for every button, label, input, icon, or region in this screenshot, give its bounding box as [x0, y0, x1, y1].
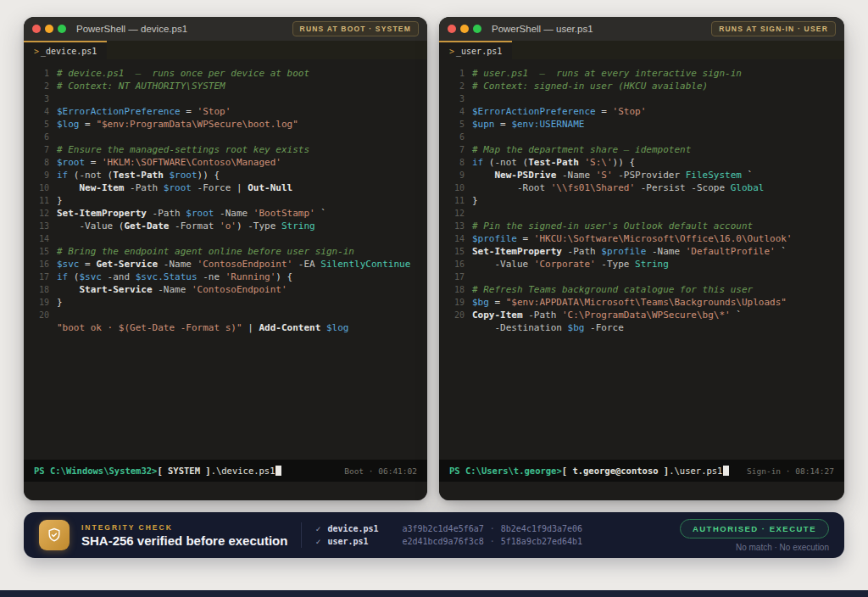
- window-title: PowerShell — device.ps1: [76, 24, 187, 34]
- line-number: 16: [439, 258, 472, 271]
- terminal-cursor: [723, 466, 729, 476]
- line-number: 1: [24, 67, 57, 80]
- hash-row: ✓device.ps1a3f9b2c1d4e5f6a7·8b2e4c1f9d3a…: [315, 524, 582, 533]
- terminal-input-line[interactable]: PS C:\Users\t.george>[ t.george@contoso …: [449, 466, 729, 476]
- authorised-execute-button[interactable]: AUTHORISED · EXECUTE: [680, 519, 829, 538]
- code-line: 1# device.ps1 — runs once per device at …: [24, 67, 427, 80]
- minimize-icon[interactable]: [460, 25, 469, 33]
- code-line: 20Copy-Item -Path 'C:\ProgramData\WPSecu…: [439, 309, 844, 321]
- line-number: 10: [439, 181, 472, 194]
- file-name: device.ps1: [327, 524, 402, 533]
- code-line: 2# Context: signed-in user (HKCU availab…: [439, 80, 844, 92]
- line-number: 20: [439, 309, 472, 321]
- code-line: 20: [24, 309, 427, 321]
- close-icon[interactable]: [32, 25, 41, 33]
- line-number: 3: [24, 92, 57, 105]
- tab-bar: >_device.ps1: [24, 41, 427, 59]
- line-number: 8: [439, 156, 472, 169]
- code-line: "boot ok · $(Get-Date -Format s)" | Add-…: [24, 321, 427, 334]
- line-number: 18: [439, 283, 472, 296]
- line-number: 6: [24, 131, 57, 143]
- line-number: 15: [439, 245, 472, 258]
- window-device: PowerShell — device.ps1 RUNS AT BOOT · S…: [24, 17, 427, 500]
- close-icon[interactable]: [448, 25, 456, 33]
- code-line: 9 New-PSDrive -Name 'S' -PSProvider File…: [439, 169, 844, 181]
- window-footer-spacer: [439, 482, 844, 500]
- code-line: 19$bg = "$env:APPDATA\Microsoft\Teams\Ba…: [439, 296, 844, 309]
- code-line: 6: [439, 131, 844, 143]
- titlebar-device[interactable]: PowerShell — device.ps1 RUNS AT BOOT · S…: [24, 17, 427, 41]
- titlebar-user[interactable]: PowerShell — user.ps1 RUNS AT SIGN-IN · …: [439, 17, 844, 41]
- line-number: 9: [24, 169, 57, 181]
- prompt-caret-icon: >: [449, 47, 454, 56]
- window-title: PowerShell — user.ps1: [492, 24, 593, 34]
- maximize-icon[interactable]: [58, 25, 66, 33]
- line-number: 17: [439, 271, 472, 283]
- terminal-prompt: PS C:\Users\t.george>: [449, 466, 562, 476]
- line-number: 2: [439, 80, 472, 92]
- code-line: 9if (-not (Test-Path $root)) {: [24, 169, 427, 181]
- code-line: 16 -Value 'Corporate' -Type String: [439, 258, 844, 271]
- window-footer-spacer: [24, 482, 427, 500]
- hash-value: 8b2e4c1f9d3a7e06: [501, 524, 582, 533]
- line-number: 17: [24, 271, 57, 283]
- line-number: 13: [439, 220, 472, 232]
- code-line: 11}: [439, 194, 844, 207]
- terminal-input-line[interactable]: PS C:\Windows\System32>[ SYSTEM ].\devic…: [34, 466, 281, 476]
- tab-device-ps1[interactable]: >_device.ps1: [24, 41, 107, 59]
- line-number: [439, 321, 472, 334]
- line-number: 8: [24, 156, 57, 169]
- line-number: 19: [24, 296, 57, 309]
- line-number: 12: [24, 207, 57, 220]
- tab-bar: >_user.ps1: [439, 41, 844, 59]
- terminal-prompt: PS C:\Windows\System32>: [34, 466, 157, 476]
- maximize-icon[interactable]: [473, 25, 481, 33]
- terminal-bar-user[interactable]: PS C:\Users\t.george>[ t.george@contoso …: [439, 460, 844, 482]
- code-line: 5$upn = $env:USERNAME: [439, 118, 844, 131]
- code-line: 14$profile = 'HKCU:\Software\Microsoft\O…: [439, 232, 844, 245]
- code-line: 3: [24, 92, 427, 105]
- code-line: -Destination $bg -Force: [439, 321, 844, 334]
- code-line: 8if (-not (Test-Path 'S:\')) {: [439, 156, 844, 169]
- line-number: 7: [24, 143, 57, 156]
- hash-separator: ·: [484, 537, 501, 546]
- code-line: 4$ErrorActionPreference = 'Stop': [439, 105, 844, 118]
- check-icon: ✓: [315, 537, 327, 546]
- window-user: PowerShell — user.ps1 RUNS AT SIGN-IN · …: [439, 17, 844, 500]
- line-number: 13: [24, 220, 57, 232]
- code-line: 12: [439, 207, 844, 220]
- line-number: 5: [24, 118, 57, 131]
- terminal-meta: Boot · 06:41:02: [344, 466, 417, 476]
- tab-user-ps1[interactable]: >_user.ps1: [439, 41, 512, 59]
- shield-check-icon: [39, 520, 70, 550]
- code-editor-user[interactable]: 1# user.ps1 — runs at every interactive …: [439, 59, 844, 460]
- line-number: 15: [24, 245, 57, 258]
- integrity-label: INTEGRITY CHECK: [81, 523, 287, 532]
- code-line: 3: [439, 92, 844, 105]
- minimize-icon[interactable]: [45, 25, 53, 33]
- code-line: 13# Pin the signed-in user's Outlook def…: [439, 220, 844, 232]
- divider: [301, 522, 302, 548]
- code-line: 7# Map the department share — idempotent: [439, 143, 844, 156]
- desktop: PowerShell — device.ps1 RUNS AT BOOT · S…: [0, 0, 868, 597]
- code-line: 7# Ensure the managed-settings root key …: [24, 143, 427, 156]
- line-number: 19: [439, 296, 472, 309]
- code-line: 17if ($svc -and $svc.Status -ne 'Running…: [24, 271, 427, 283]
- code-line: 18# Refresh Teams background catalogue f…: [439, 283, 844, 296]
- code-editor-device[interactable]: 1# device.ps1 — runs once per device at …: [24, 59, 427, 460]
- code-line: 18 Start-Service -Name 'ContosoEndpoint': [24, 283, 427, 296]
- file-name: user.ps1: [327, 537, 402, 546]
- line-number: 1: [439, 67, 472, 80]
- run-context-badge: RUNS AT BOOT · SYSTEM: [292, 21, 419, 36]
- line-number: 14: [24, 232, 57, 245]
- code-line: 5$log = "$env:ProgramData\WPSecure\boot.…: [24, 118, 427, 131]
- line-number: 5: [439, 118, 472, 131]
- line-number: 18: [24, 283, 57, 296]
- line-number: 12: [439, 207, 472, 220]
- terminal-bar-device[interactable]: PS C:\Windows\System32>[ SYSTEM ].\devic…: [24, 460, 427, 482]
- code-line: 15# Bring the endpoint agent online befo…: [24, 245, 427, 258]
- code-line: 6: [24, 131, 427, 143]
- code-line: 2# Context: NT AUTHORITY\SYSTEM: [24, 80, 427, 92]
- code-line: 16$svc = Get-Service -Name 'ContosoEndpo…: [24, 258, 427, 271]
- traffic-lights: [32, 25, 66, 33]
